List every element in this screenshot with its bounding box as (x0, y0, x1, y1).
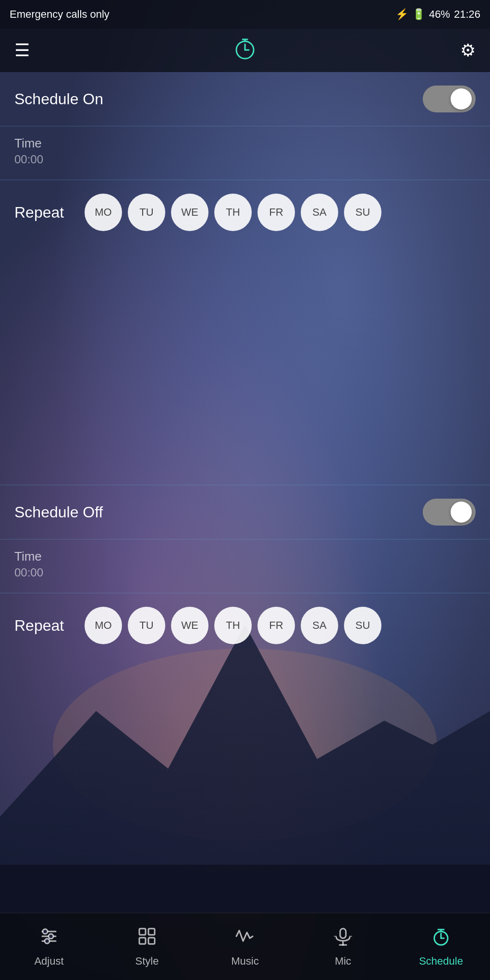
battery-icon: 🔋 (412, 8, 425, 21)
schedule-nav-icon (430, 926, 452, 951)
battery-percent: 46% (429, 8, 450, 21)
top-toolbar: ☰ ⚙ (0, 29, 490, 72)
day-btn-th-on[interactable]: TH (214, 194, 252, 231)
nav-schedule[interactable]: Schedule (392, 926, 490, 968)
nav-mic-label: Mic (335, 955, 351, 968)
day-btn-fr-on[interactable]: FR (257, 194, 295, 231)
toggle-on-knob (451, 88, 472, 110)
svg-point-8 (43, 929, 48, 934)
clock-status: 21:26 (454, 8, 480, 21)
day-btn-th-off[interactable]: TH (214, 607, 252, 644)
status-icons: ⚡ 🔋 46% 21:26 (395, 8, 480, 21)
settings-button[interactable]: ⚙ (460, 40, 476, 61)
nav-adjust[interactable]: Adjust (0, 926, 98, 968)
schedule-on-repeat-row: Repeat MO TU WE TH FR SA SU (0, 180, 490, 245)
menu-button[interactable]: ☰ (14, 40, 30, 61)
schedule-off-section: Schedule Off Time 00:00 Repeat MO TU WE … (0, 485, 490, 658)
nav-adjust-label: Adjust (34, 955, 63, 968)
music-icon (234, 926, 256, 951)
schedule-on-day-buttons: MO TU WE TH FR SA SU (85, 194, 381, 231)
schedule-off-toggle[interactable] (423, 499, 476, 526)
schedule-off-repeat-row: Repeat MO TU WE TH FR SA SU (0, 593, 490, 658)
schedule-off-time-value[interactable]: 00:00 (14, 566, 476, 579)
schedule-off-day-buttons: MO TU WE TH FR SA SU (85, 607, 381, 644)
svg-rect-13 (139, 929, 146, 935)
middle-spacer (0, 245, 490, 485)
carrier-text: Emergency calls only (10, 8, 110, 21)
schedule-on-time-value[interactable]: 00:00 (14, 153, 476, 166)
schedule-on-label: Schedule On (14, 90, 103, 108)
schedule-icon (233, 37, 257, 65)
toggle-off-knob (451, 502, 472, 523)
style-icon (136, 926, 158, 951)
schedule-on-repeat-label: Repeat (14, 204, 72, 221)
schedule-off-repeat-label: Repeat (14, 617, 72, 635)
schedule-on-time-row: Time 00:00 (0, 126, 490, 180)
day-btn-sa-on[interactable]: SA (301, 194, 338, 231)
day-btn-su-on[interactable]: SU (344, 194, 381, 231)
svg-rect-14 (148, 929, 155, 935)
status-bar: Emergency calls only ⚡ 🔋 46% 21:26 (0, 0, 490, 29)
bluetooth-icon: ⚡ (395, 8, 408, 21)
nav-music[interactable]: Music (196, 926, 294, 968)
day-btn-we-on[interactable]: WE (171, 194, 208, 231)
schedule-on-row: Schedule On (0, 72, 490, 126)
svg-rect-17 (340, 929, 346, 938)
svg-rect-16 (148, 938, 155, 944)
schedule-off-time-label: Time (14, 549, 476, 564)
nav-style[interactable]: Style (98, 926, 196, 968)
schedule-off-row: Schedule Off (0, 485, 490, 539)
day-btn-su-off[interactable]: SU (344, 607, 381, 644)
schedule-off-label: Schedule Off (14, 503, 103, 521)
svg-point-12 (45, 939, 49, 943)
day-btn-mo-on[interactable]: MO (85, 194, 122, 231)
nav-schedule-label: Schedule (419, 955, 463, 968)
nav-style-label: Style (135, 955, 159, 968)
day-btn-sa-off[interactable]: SA (301, 607, 338, 644)
bottom-nav: Adjust Style Music (0, 913, 490, 980)
day-btn-fr-off[interactable]: FR (257, 607, 295, 644)
day-btn-we-off[interactable]: WE (171, 607, 208, 644)
schedule-on-section: Schedule On Time 00:00 Repeat MO TU WE T… (0, 72, 490, 245)
day-btn-tu-on[interactable]: TU (128, 194, 165, 231)
day-btn-mo-off[interactable]: MO (85, 607, 122, 644)
adjust-icon (38, 926, 60, 951)
schedule-on-toggle[interactable] (423, 86, 476, 112)
day-btn-tu-off[interactable]: TU (128, 607, 165, 644)
svg-point-10 (49, 934, 53, 939)
schedule-off-time-row: Time 00:00 (0, 539, 490, 593)
mic-icon (332, 926, 354, 951)
nav-music-label: Music (231, 955, 258, 968)
nav-mic[interactable]: Mic (294, 926, 392, 968)
main-content: Schedule On Time 00:00 Repeat MO TU WE T… (0, 72, 490, 913)
svg-rect-15 (139, 938, 146, 944)
schedule-on-time-label: Time (14, 136, 476, 151)
